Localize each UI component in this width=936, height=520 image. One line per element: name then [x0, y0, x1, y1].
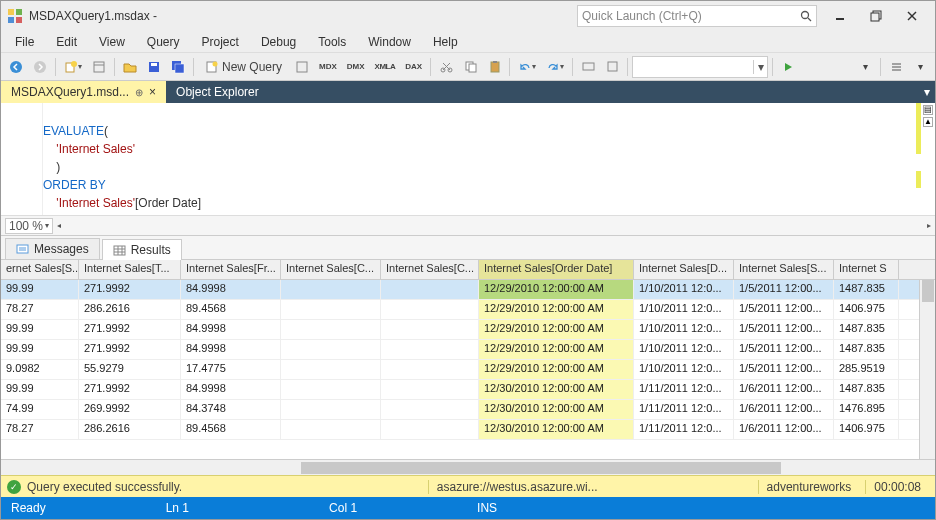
dmx-button[interactable]: DMX — [343, 56, 369, 78]
cell — [281, 360, 381, 379]
cell: 271.9992 — [79, 280, 181, 299]
execute-button[interactable] — [777, 56, 799, 78]
status-bar: Ready Ln 1 Col 1 INS — [1, 497, 935, 519]
minimize-button[interactable] — [823, 4, 857, 28]
cell: 99.99 — [1, 280, 79, 299]
redo-button[interactable]: ▾ — [542, 56, 568, 78]
svg-rect-28 — [491, 62, 499, 72]
cell: 271.9992 — [79, 380, 181, 399]
save-button[interactable] — [143, 56, 165, 78]
table-row[interactable]: 99.99271.999284.999812/29/2010 12:00:00 … — [1, 280, 935, 300]
svg-rect-27 — [469, 64, 476, 72]
cell: 271.9992 — [79, 340, 181, 359]
toolbar-more-button[interactable] — [885, 56, 907, 78]
window-buttons — [823, 4, 929, 28]
table-row[interactable]: 99.99271.999284.999812/29/2010 12:00:00 … — [1, 320, 935, 340]
table-row[interactable]: 78.27286.261689.456812/29/2010 12:00:00 … — [1, 300, 935, 320]
zoom-bar: 100 %▾ ◂ ▸ — [1, 215, 935, 235]
chevron-down-icon[interactable]: ▾ — [753, 60, 767, 74]
search-icon[interactable] — [800, 10, 812, 22]
solution-config-input[interactable] — [633, 58, 753, 76]
cell — [281, 400, 381, 419]
nav-forward-button[interactable] — [29, 56, 51, 78]
tab-results[interactable]: Results — [102, 239, 182, 260]
svg-rect-2 — [8, 17, 14, 23]
close-button[interactable] — [895, 4, 929, 28]
menu-query[interactable]: Query — [137, 33, 190, 51]
pin-icon[interactable]: ⊕ — [135, 87, 143, 98]
nav-back-button[interactable] — [5, 56, 27, 78]
cell — [381, 400, 479, 419]
horizontal-scrollbar[interactable] — [1, 459, 935, 475]
column-header[interactable]: Internet Sales[T... — [79, 260, 181, 279]
copy-button[interactable] — [459, 56, 481, 78]
cell: 1/10/2011 12:0... — [634, 340, 734, 359]
comment-button[interactable] — [601, 56, 623, 78]
undo-button[interactable]: ▾ — [514, 56, 540, 78]
split-icon[interactable]: ▤ — [923, 105, 933, 115]
table-row[interactable]: 78.27286.261689.456812/30/2010 12:00:00 … — [1, 420, 935, 440]
app-icon — [7, 8, 23, 24]
svg-rect-20 — [175, 64, 184, 73]
close-icon[interactable]: × — [149, 85, 156, 99]
cell: 1/11/2011 12:0... — [634, 380, 734, 399]
cell: 1/5/2011 12:00... — [734, 340, 834, 359]
svg-rect-35 — [17, 245, 28, 253]
toolbar-overflow-button[interactable]: ▾ — [854, 56, 876, 78]
restore-button[interactable] — [859, 4, 893, 28]
new-item-button[interactable]: ▾ — [60, 56, 86, 78]
code-editor[interactable]: EVALUATE( 'Internet Sales' ) ORDER BY 'I… — [1, 103, 935, 235]
column-header[interactable]: Internet Sales[Order Date] — [479, 260, 634, 279]
menu-tools[interactable]: Tools — [308, 33, 356, 51]
dax-button[interactable]: DAX — [401, 56, 426, 78]
cell — [381, 380, 479, 399]
column-header[interactable]: Internet Sales[Fr... — [181, 260, 281, 279]
paste-button[interactable] — [483, 56, 505, 78]
menu-window[interactable]: Window — [358, 33, 421, 51]
find-button[interactable] — [577, 56, 599, 78]
menu-help[interactable]: Help — [423, 33, 468, 51]
mdx-button[interactable]: MDX — [315, 56, 341, 78]
cell: 269.9992 — [79, 400, 181, 419]
code-area[interactable]: EVALUATE( 'Internet Sales' ) ORDER BY 'I… — [43, 103, 935, 215]
nav-up-icon[interactable]: ▲ — [923, 117, 933, 127]
cut-button[interactable] — [435, 56, 457, 78]
cell: 1/10/2011 12:0... — [634, 300, 734, 319]
menu-view[interactable]: View — [89, 33, 135, 51]
arrow-right-icon[interactable]: ▸ — [927, 221, 931, 230]
toolbar-overflow2-button[interactable]: ▾ — [909, 56, 931, 78]
window-title: MSDAXQuery1.msdax - — [29, 9, 571, 23]
xmla-button[interactable]: XMLA — [371, 56, 400, 78]
properties-button[interactable] — [88, 56, 110, 78]
table-row[interactable]: 99.99271.999284.999812/29/2010 12:00:00 … — [1, 340, 935, 360]
column-header[interactable]: Internet Sales[S... — [734, 260, 834, 279]
menu-edit[interactable]: Edit — [46, 33, 87, 51]
tab-object-explorer[interactable]: Object Explorer — [166, 81, 269, 103]
save-all-button[interactable] — [167, 56, 189, 78]
menu-project[interactable]: Project — [192, 33, 249, 51]
column-header[interactable]: Internet S — [834, 260, 899, 279]
open-button[interactable] — [119, 56, 141, 78]
cell: 1487.835 — [834, 320, 899, 339]
tab-msdaxquery[interactable]: MSDAXQuery1.msd... ⊕ × — [1, 81, 166, 103]
menu-file[interactable]: File — [5, 33, 44, 51]
quick-launch-box[interactable]: Quick Launch (Ctrl+Q) — [577, 5, 817, 27]
new-query-button[interactable]: New Query — [198, 56, 289, 78]
svg-rect-23 — [297, 62, 307, 72]
menu-debug[interactable]: Debug — [251, 33, 306, 51]
table-row[interactable]: 74.99269.999284.374812/30/2010 12:00:00 … — [1, 400, 935, 420]
database-engine-query-icon[interactable] — [291, 56, 313, 78]
column-header[interactable]: Internet Sales[D... — [634, 260, 734, 279]
solution-config-dropdown[interactable]: ▾ — [632, 56, 768, 78]
table-row[interactable]: 99.99271.999284.999812/30/2010 12:00:00 … — [1, 380, 935, 400]
tab-overflow-button[interactable]: ▾ — [919, 85, 935, 99]
column-header[interactable]: Internet Sales[C... — [281, 260, 381, 279]
table-row[interactable]: 9.098255.927917.477512/29/2010 12:00:00 … — [1, 360, 935, 380]
cell: 1/5/2011 12:00... — [734, 300, 834, 319]
status-database: adventureworks — [758, 480, 860, 494]
cell: 1487.835 — [834, 280, 899, 299]
column-header[interactable]: Internet Sales[C... — [381, 260, 479, 279]
editor-margin — [1, 103, 43, 215]
cell: 89.4568 — [181, 300, 281, 319]
vertical-scrollbar[interactable] — [919, 280, 935, 459]
